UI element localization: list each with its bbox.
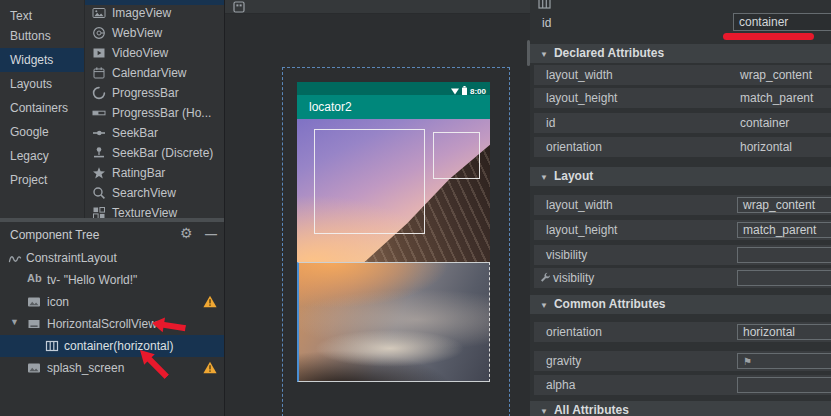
flag-icon[interactable]: ⚑ — [743, 356, 752, 367]
attr-row: visibility — [534, 245, 831, 265]
palette-item-calendarview[interactable]: CalendarView — [85, 63, 224, 83]
attr-row: id container — [534, 113, 831, 133]
minimize-icon[interactable]: — — [205, 227, 217, 241]
attr-row: layout_width wrap_content — [534, 65, 831, 85]
component-tree-title: Component Tree — [10, 228, 99, 242]
section-layout[interactable]: ▼Layout — [530, 167, 831, 186]
attributes-panel: id container ▼Declared Attributes layout… — [530, 0, 831, 416]
background-photo-mountain — [297, 119, 490, 262]
searchview-icon — [92, 186, 106, 200]
palette-category-google[interactable]: Google — [0, 120, 84, 144]
attr-value[interactable]: horizontal — [740, 140, 792, 154]
canvas-toolbar — [225, 0, 530, 14]
attr-value[interactable]: match_parent — [740, 91, 813, 105]
palette-item-seekbar[interactable]: SeekBar — [85, 123, 224, 143]
progressbar-icon — [92, 86, 106, 100]
section-collapse-icon: ▼ — [540, 50, 548, 59]
palette-category-containers[interactable]: Containers — [0, 96, 84, 120]
section-collapse-icon: ▼ — [540, 407, 548, 416]
attr-row: orientation horizontal — [534, 137, 831, 157]
view-bounds-outline-large — [314, 129, 425, 234]
ratingbar-icon — [92, 166, 106, 180]
palette-category-legacy[interactable]: Legacy — [0, 144, 84, 168]
layout-width-input[interactable]: wrap_content — [737, 197, 831, 213]
palette-category-project[interactable]: Project — [0, 168, 84, 192]
view-bounds-outline-small — [433, 132, 480, 179]
palette-category-layouts[interactable]: Layouts — [0, 72, 84, 96]
attr-value[interactable]: wrap_content — [740, 68, 812, 82]
attr-row: layout_height match_parent — [534, 88, 831, 108]
seekbar-icon — [92, 126, 106, 140]
design-canvas[interactable]: 8:00 locator2 — [225, 0, 530, 416]
component-tree-panel: Component Tree ⚙ — ConstraintLayout Ab t… — [0, 222, 224, 416]
webview-icon — [92, 26, 106, 40]
section-all-attributes[interactable]: ▼All Attributes — [530, 401, 831, 416]
chevron-expanded-icon[interactable]: ▼ — [10, 317, 19, 327]
layout-height-input[interactable]: match_parent — [737, 222, 831, 238]
attr-row: orientation horizontal — [534, 322, 831, 342]
section-common-attributes[interactable]: ▼Common Attributes — [530, 295, 831, 314]
tree-item-constraintlayout[interactable]: ConstraintLayout — [0, 247, 224, 269]
imageview-icon — [27, 295, 41, 309]
textview-icon: Ab — [27, 272, 41, 286]
alpha-input[interactable] — [737, 377, 831, 393]
palette-item-progressbar-horizontal[interactable]: ProgressBar (Ho... — [85, 103, 224, 123]
attr-row: alpha — [534, 375, 831, 395]
palette-item-textureview[interactable]: TextureView — [85, 203, 224, 218]
seekbar-discrete-icon — [92, 146, 106, 160]
status-bar: 8:00 — [297, 82, 490, 95]
palette-item-webview[interactable]: WebView — [85, 23, 224, 43]
palette-category-widgets[interactable]: Widgets — [0, 48, 84, 72]
visibility-input[interactable] — [737, 247, 831, 263]
tree-item-horizontalscrollview[interactable]: ▼ HorizontalScrollView — [0, 313, 224, 335]
attr-row: gravity ⚑ — [534, 351, 831, 371]
attr-value[interactable]: container — [740, 116, 789, 130]
warning-icon[interactable] — [203, 295, 217, 308]
horizontalscrollview-icon — [27, 317, 41, 331]
palette-item-ratingbar[interactable]: RatingBar — [85, 163, 224, 183]
videoview-icon — [92, 46, 106, 60]
palette-item-videoview[interactable]: VideoView — [85, 43, 224, 63]
orientation-input[interactable]: horizontal — [737, 324, 831, 340]
linearlayout-horizontal-icon — [45, 339, 59, 353]
gear-icon[interactable]: ⚙ — [180, 225, 193, 241]
tools-visibility-input[interactable] — [737, 270, 831, 286]
component-tree-header: Component Tree ⚙ — — [0, 222, 224, 248]
tree-item-container-horizontal[interactable]: container(horizontal) — [0, 335, 224, 357]
tree-item-icon[interactable]: icon — [0, 291, 224, 313]
tree-item-splash-screen[interactable]: splash_screen — [0, 357, 224, 379]
progressbar-horizontal-icon — [92, 106, 106, 120]
palette-item-imageview[interactable]: ImageView — [85, 3, 224, 23]
attr-row: layout_height match_parent — [534, 220, 831, 240]
app-bar-title: locator2 — [309, 100, 352, 114]
section-collapse-icon: ▼ — [540, 301, 548, 310]
screen-content[interactable] — [297, 119, 490, 382]
textureview-icon — [92, 206, 106, 218]
id-field-label: id — [542, 16, 551, 30]
tools-wrench-icon — [539, 272, 551, 284]
constraintlayout-icon — [8, 251, 22, 265]
palette-category-buttons[interactable]: Buttons — [0, 24, 84, 48]
palette-categories: Text Buttons Widgets Layouts Containers … — [0, 0, 85, 218]
section-declared-attributes[interactable]: ▼Declared Attributes — [530, 44, 831, 63]
device-icon[interactable] — [233, 1, 245, 13]
app-bar: locator2 — [297, 95, 490, 119]
palette-item-searchview[interactable]: SearchView — [85, 183, 224, 203]
palette-item-progressbar[interactable]: ProgressBar — [85, 83, 224, 103]
imageview-icon — [27, 361, 41, 375]
android-studio-layout-editor: Text Buttons Widgets Layouts Containers … — [0, 0, 831, 416]
selected-component-icon — [538, 0, 551, 9]
attr-row: layout_width wrap_content — [534, 195, 831, 215]
section-collapse-icon: ▼ — [540, 173, 548, 182]
palette-widget-list: ImageView WebView VideoView CalendarView… — [85, 0, 224, 218]
gravity-input[interactable]: ⚑ — [737, 353, 831, 369]
device-preview[interactable]: 8:00 locator2 — [297, 82, 490, 416]
selected-container-bounds[interactable] — [297, 262, 490, 382]
id-input[interactable]: container — [733, 13, 831, 31]
warning-icon[interactable] — [203, 361, 217, 374]
attr-row: visibility — [534, 268, 831, 288]
calendarview-icon — [92, 66, 106, 80]
tree-item-textview-hello-world[interactable]: Ab tv- "Hello World!" — [0, 269, 224, 291]
imageview-icon — [92, 6, 106, 20]
palette-item-seekbar-discrete[interactable]: SeekBar (Discrete) — [85, 143, 224, 163]
